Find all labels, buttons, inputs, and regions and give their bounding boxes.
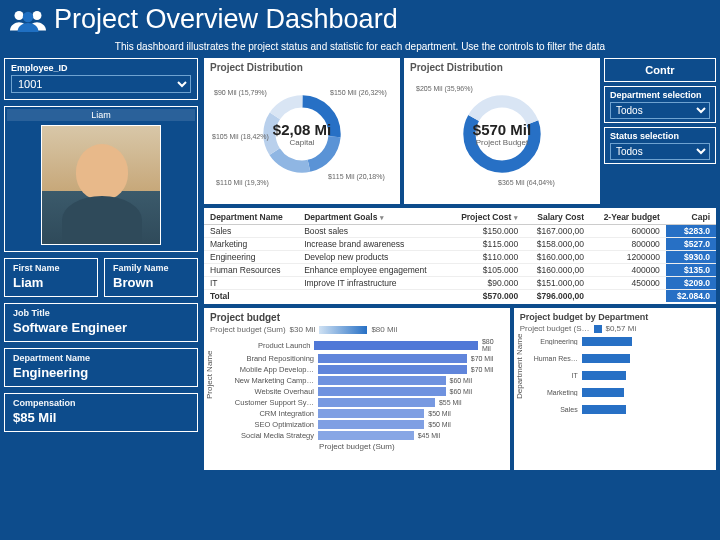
donut-budget-center: $570 Mil Project Budget <box>473 121 531 147</box>
table-total-row: Total$570.000$796.000,00$2.084.0 <box>204 290 716 303</box>
svg-point-0 <box>15 11 24 20</box>
bar-row: Engineering <box>528 337 710 346</box>
employee-photo-card: Liam <box>4 106 198 252</box>
project-budget-ylabel: Project Name <box>205 350 214 398</box>
col-2y[interactable]: 2-Year budget <box>590 210 666 225</box>
status-selection-label: Status selection <box>610 131 710 141</box>
employee-id-field: Employee_ID 1001 <box>4 58 198 100</box>
donut-budget-card[interactable]: Project Distribution $570 Mil Project Bu… <box>404 58 600 204</box>
bar-row: Mobile App Develop…$70 Mil <box>220 365 504 374</box>
employee-id-label: Employee_ID <box>11 63 191 73</box>
col-goals[interactable]: Department Goals <box>298 210 447 225</box>
table-row[interactable]: SalesBoost sales$150.000$167.000,0060000… <box>204 225 716 238</box>
first-name-field: First Name Liam <box>4 258 98 297</box>
dept-budget-chart[interactable]: Project budget by Department Project bud… <box>514 308 716 470</box>
first-name-label: First Name <box>13 263 89 273</box>
family-name-value: Brown <box>113 275 189 290</box>
employee-photo-name: Liam <box>7 109 195 121</box>
donut-slice-label: $205 Mil (35,96%) <box>416 85 473 92</box>
donut-slice-label: $115 Mil (20,18%) <box>328 173 385 180</box>
department-table: Department Name Department Goals Project… <box>204 210 716 302</box>
people-icon <box>10 8 46 32</box>
legend-swatch-icon <box>594 325 602 333</box>
dept-budget-title: Project budget by Department <box>520 312 710 322</box>
compensation-field: Compensation $85 Mil <box>4 393 198 432</box>
donut-capital-title: Project Distribution <box>210 62 394 73</box>
status-selection: Status selection Todos <box>604 127 716 164</box>
family-name-label: Family Name <box>113 263 189 273</box>
job-title-field: Job Title Software Engineer <box>4 303 198 342</box>
table-row[interactable]: ITImprove IT infrastructure$90.000$151.0… <box>204 277 716 290</box>
department-selection-select[interactable]: Todos <box>610 102 710 119</box>
bar-row: Product Launch$80 Mil <box>220 338 504 352</box>
svg-point-2 <box>23 11 34 22</box>
compensation-value: $85 Mil <box>13 410 189 425</box>
svg-point-1 <box>33 11 42 20</box>
table-row[interactable]: Human ResourcesEnhance employee engageme… <box>204 264 716 277</box>
right-controls: Contr Department selection Todos Status … <box>604 58 716 204</box>
donut-slice-label: $150 Mil (26,32%) <box>330 89 387 96</box>
job-title-value: Software Engineer <box>13 320 189 335</box>
page-header: Project Overview Dashboard <box>0 0 720 39</box>
donut-budget-title: Project Distribution <box>410 62 594 73</box>
donut-capital-center: $2,08 Mi Capital <box>273 121 331 147</box>
department-value: Engineering <box>13 365 189 380</box>
bar-row: Customer Support Sy…$55 Mil <box>220 398 504 407</box>
content-area: Project Distribution $2,08 Mi Capital $9… <box>204 58 716 470</box>
department-label: Department Name <box>13 353 189 363</box>
col-scost[interactable]: Salary Cost <box>524 210 590 225</box>
donut-slice-label: $365 Mil (64,04%) <box>498 179 555 186</box>
donut-slice-label: $110 Mil (19,3%) <box>216 179 269 186</box>
controls-button[interactable]: Contr <box>604 58 716 82</box>
department-field: Department Name Engineering <box>4 348 198 387</box>
col-pcost[interactable]: Project Cost <box>447 210 524 225</box>
bar-row: New Marketing Camp…$60 Mil <box>220 376 504 385</box>
project-budget-title: Project budget <box>210 312 504 323</box>
job-title-label: Job Title <box>13 308 189 318</box>
project-budget-chart[interactable]: Project budget Project budget (Sum) $30 … <box>204 308 510 470</box>
bar-row: Social Media Strategy$45 Mil <box>220 431 504 440</box>
page-title: Project Overview Dashboard <box>54 4 398 35</box>
col-capital[interactable]: Capi <box>666 210 716 225</box>
department-selection-label: Department selection <box>610 90 710 100</box>
status-selection-select[interactable]: Todos <box>610 143 710 160</box>
department-selection: Department selection Todos <box>604 86 716 123</box>
bar-row: SEO Optimization$50 Mil <box>220 420 504 429</box>
bar-row: CRM Integration$50 Mil <box>220 409 504 418</box>
table-row[interactable]: MarketingIncrease brand awareness$115.00… <box>204 238 716 251</box>
dept-budget-ylabel: Department Name <box>515 333 524 398</box>
table-row[interactable]: EngineeringDevelop new products$110.000$… <box>204 251 716 264</box>
donut-capital-card[interactable]: Project Distribution $2,08 Mi Capital $9… <box>204 58 400 204</box>
employee-photo <box>41 125 161 245</box>
col-dept[interactable]: Department Name <box>204 210 298 225</box>
department-table-card[interactable]: Department Name Department Goals Project… <box>204 208 716 304</box>
bar-row: Human Res… <box>528 354 710 363</box>
bar-row: Brand Repositioning$70 Mil <box>220 354 504 363</box>
bar-row: Sales <box>528 405 710 414</box>
bar-row: IT <box>528 371 710 380</box>
project-budget-legend: Project budget (Sum) $30 Mil $80 Mil <box>210 325 504 334</box>
donut-slice-label: $105 Mil (18,42%) <box>212 133 269 140</box>
family-name-field: Family Name Brown <box>104 258 198 297</box>
page-subtitle: This dashboard illustrates the project s… <box>0 39 720 58</box>
employee-id-select[interactable]: 1001 <box>11 75 191 93</box>
sidebar: Employee_ID 1001 Liam First Name Liam Fa… <box>4 58 198 470</box>
first-name-value: Liam <box>13 275 89 290</box>
compensation-label: Compensation <box>13 398 189 408</box>
donut-slice-label: $90 Mil (15,79%) <box>214 89 267 96</box>
bar-row: Website Overhaul$60 Mil <box>220 387 504 396</box>
project-budget-xlabel: Project budget (Sum) <box>210 442 504 451</box>
gradient-legend-icon <box>319 326 367 334</box>
bar-row: Marketing <box>528 388 710 397</box>
dept-budget-legend: Project budget (S… $0,57 Mi <box>520 324 710 333</box>
